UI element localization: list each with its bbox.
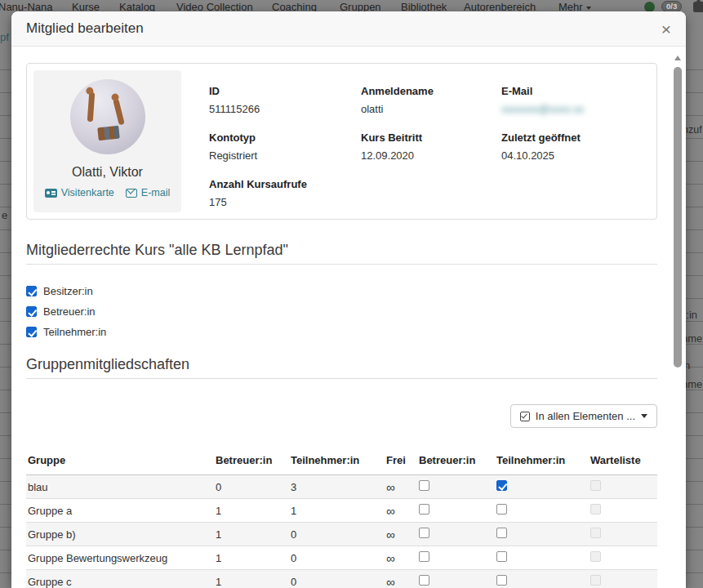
edit-member-modal: Mitglied bearbeiten × Olatti, Viktor	[11, 11, 686, 588]
checkbox-row-betreuer: Betreuer:in	[26, 305, 657, 318]
groups-section-title: Gruppenmitgliedschaften	[26, 356, 657, 379]
teilnehmer-label: Teilnehmer:in	[43, 326, 106, 338]
avatar-figure	[87, 92, 94, 122]
id-card-icon	[45, 189, 57, 198]
frei-value: ∞	[386, 504, 419, 518]
background-fragment: e	[2, 209, 7, 221]
checkbox-icon	[520, 412, 530, 421]
table-row: Gruppe a 1 1 ∞	[26, 499, 657, 523]
warteliste-checkbox	[590, 551, 601, 562]
kursaufrufe-label: Anzahl Kursaufrufe	[209, 178, 361, 190]
table-row: Gruppe Bewertungswerkzeug 1 0 ∞	[26, 546, 657, 570]
chevron-down-icon	[641, 414, 647, 418]
betreuer-count: 0	[216, 481, 291, 493]
in-allen-elementen-button[interactable]: In allen Elementen ...	[510, 404, 657, 428]
member-profile-card: Olatti, Viktor Visitenkarte E-mail	[26, 63, 657, 220]
group-name: Gruppe c	[26, 576, 216, 588]
teilnehmer-checkbox[interactable]	[496, 551, 507, 562]
col-frei: Frei	[386, 454, 419, 466]
table-row: Gruppe c 1 0 ∞	[26, 570, 657, 588]
betreuer-count: 1	[216, 505, 291, 517]
teilnehmer-checkbox[interactable]	[496, 575, 507, 586]
teilnehmer-checkbox[interactable]	[26, 327, 37, 337]
info-column: ID 511115266 Kontotyp Registriert Anzahl…	[209, 85, 361, 219]
col-betreuer-count: Betreuer:in	[216, 454, 291, 466]
rights-checkbox-group: Besitzer:in Betreuer:in Teilnehmer:in	[26, 285, 657, 338]
group-name: Gruppe b)	[26, 528, 216, 541]
besitzer-label: Besitzer:in	[43, 285, 93, 297]
checkbox-row-teilnehmer: Teilnehmer:in	[26, 326, 657, 338]
col-teilnehmer-count: Teilnehmer:in	[291, 454, 386, 466]
scroll-up-icon[interactable]	[674, 56, 681, 60]
col-gruppe: Gruppe	[26, 454, 216, 466]
zuletzt-geoeffnet-value: 04.10.2025	[501, 149, 656, 162]
modal-scrollbar[interactable]	[673, 51, 683, 588]
avatar-figure	[97, 126, 120, 141]
betreuer-count: 1	[216, 528, 291, 541]
info-column: Anmeldename olatti Kurs Beitritt 12.09.2…	[361, 85, 501, 219]
betreuer-count: 1	[216, 552, 291, 564]
group-name: blau	[26, 481, 216, 493]
anmeldename-value: olatti	[361, 103, 501, 115]
group-name: Gruppe Bewertungswerkzeug	[26, 552, 216, 564]
teilnehmer-checkbox[interactable]	[496, 480, 507, 491]
col-teilnehmer-cb: Teilnehmer:in	[496, 454, 590, 466]
warteliste-checkbox	[590, 528, 601, 538]
close-icon[interactable]: ×	[661, 20, 671, 38]
modal-title: Mitglied bearbeiten	[26, 20, 144, 37]
kurs-beitritt-label: Kurs Beitritt	[361, 131, 501, 144]
warteliste-checkbox	[590, 504, 601, 514]
chevron-down-icon	[586, 7, 591, 10]
user-icon[interactable]	[693, 2, 703, 12]
frei-value: ∞	[386, 551, 419, 565]
modal-header: Mitglied bearbeiten ×	[11, 11, 686, 47]
kurs-beitritt-value: 12.09.2020	[361, 149, 501, 162]
avatar-figure	[113, 99, 125, 126]
member-name: Olatti, Viktor	[72, 165, 143, 180]
avatar	[70, 79, 145, 154]
nav-count-badge[interactable]: 0/3	[661, 1, 682, 12]
warteliste-checkbox	[590, 480, 601, 491]
email-label: E-Mail	[501, 85, 656, 97]
visitenkarte-link[interactable]: Visitenkarte	[45, 187, 114, 198]
frei-value: ∞	[386, 480, 419, 494]
betreuer-checkbox[interactable]	[419, 480, 429, 491]
teilnehmer-count: 0	[291, 528, 386, 541]
teilnehmer-checkbox[interactable]	[496, 504, 507, 514]
email-link-label: E-mail	[141, 187, 170, 198]
profile-panel: Olatti, Viktor Visitenkarte E-mail	[33, 70, 181, 212]
col-warteliste: Warteliste	[590, 454, 657, 466]
id-label: ID	[209, 85, 361, 97]
email-link[interactable]: E-mail	[126, 187, 170, 198]
table-row: Gruppe b) 1 0 ∞	[26, 523, 657, 546]
modal-body: Olatti, Viktor Visitenkarte E-mail	[11, 47, 686, 588]
scrollbar-thumb[interactable]	[674, 67, 682, 368]
teilnehmer-checkbox[interactable]	[496, 528, 507, 538]
betreuer-checkbox[interactable]	[419, 504, 429, 514]
teilnehmer-count: 0	[291, 576, 386, 588]
betreuer-checkbox[interactable]	[419, 551, 429, 562]
rights-section-title: Mitgliederrechte Kurs "alle KB Lernpfad"	[26, 242, 657, 265]
teilnehmer-count: 3	[291, 481, 386, 493]
envelope-icon	[126, 189, 137, 198]
warteliste-checkbox	[590, 575, 601, 586]
table-header-row: Gruppe Betreuer:in Teilnehmer:in Frei Be…	[26, 451, 657, 475]
frei-value: ∞	[386, 528, 419, 541]
id-value: 511115266	[209, 103, 361, 115]
besitzer-checkbox[interactable]	[26, 286, 37, 296]
bulk-action-row: In allen Elementen ...	[26, 404, 657, 428]
betreuer-checkbox[interactable]	[419, 528, 429, 538]
checkbox-row-besitzer: Besitzer:in	[26, 285, 657, 297]
member-info: ID 511115266 Kontotyp Registriert Anzahl…	[188, 64, 656, 219]
teilnehmer-count: 0	[291, 552, 386, 564]
betreuer-checkbox[interactable]	[26, 306, 37, 317]
page: Nanu-Nana Kurse Katalog Video Collection…	[0, 0, 703, 588]
info-column: E-Mail xxxxxxx@xxxx.xx Zuletzt geöffnet …	[501, 85, 656, 219]
anmeldename-label: Anmeldename	[361, 85, 501, 97]
group-membership-table: Gruppe Betreuer:in Teilnehmer:in Frei Be…	[26, 451, 657, 588]
frei-value: ∞	[386, 575, 419, 588]
kontotyp-label: Kontotyp	[209, 131, 361, 144]
betreuer-checkbox[interactable]	[419, 575, 429, 586]
zuletzt-geoeffnet-label: Zuletzt geöffnet	[501, 131, 656, 144]
group-name: Gruppe a	[26, 505, 216, 517]
